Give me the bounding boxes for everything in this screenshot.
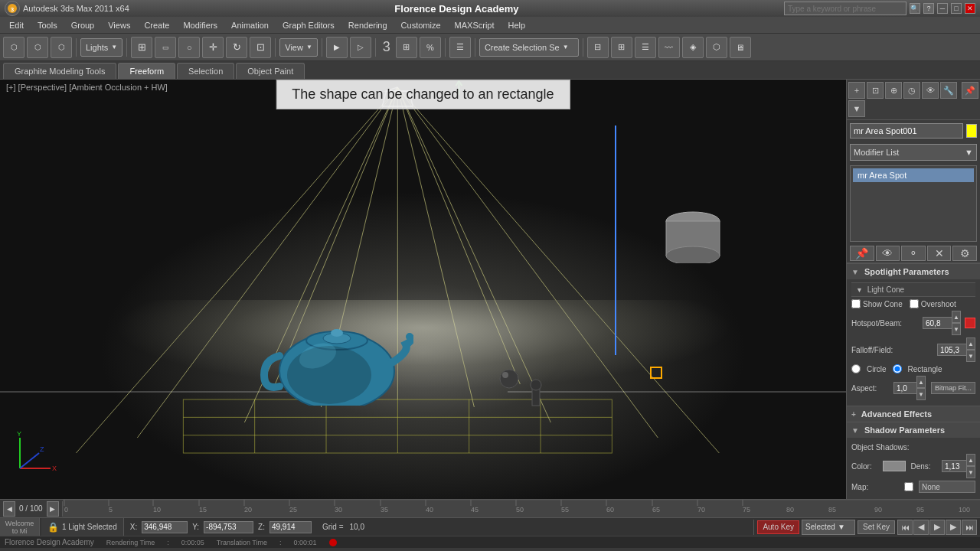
shadow-params-header[interactable]: ▼ Shadow Parameters [847,422,980,438]
menu-graph-editors[interactable]: Graph Editors [276,19,341,31]
curve-editor-btn[interactable]: 〰 [658,37,680,58]
modify-panel-icon[interactable]: ⊡ [867,82,884,99]
object-name-input[interactable] [850,123,963,139]
falloff-input[interactable] [937,344,966,356]
object-color-swatch[interactable] [966,124,977,138]
play-btn[interactable]: ▶ [929,520,945,535]
snap-3d-btn[interactable]: ⬡ [51,37,72,58]
menu-edit[interactable]: Edit [3,19,30,31]
move-btn[interactable]: ✛ [202,37,224,58]
menu-tools[interactable]: Tools [31,19,64,31]
stack-item-mr-area-spot[interactable]: mr Area Spot [853,168,974,182]
menu-customize[interactable]: Customize [395,19,447,31]
hierarchy-icon[interactable]: ⊕ [885,82,902,99]
lights-dropdown[interactable]: Lights ▼ [80,38,122,57]
close-btn[interactable]: ✕ [965,3,975,14]
pct-btn[interactable]: % [420,37,441,58]
circle-radio[interactable] [851,364,861,373]
z-input[interactable] [270,521,312,533]
render-setup-btn[interactable]: 🖥 [730,37,751,58]
align-btn[interactable]: ⊞ [611,37,632,58]
more-icon[interactable]: ▼ [848,100,865,117]
remove-modifier-btn[interactable]: ✕ [927,246,952,261]
auto-key-btn[interactable]: Auto Key [757,520,799,534]
hotspot-color-indicator[interactable] [965,318,975,328]
timeline-bar[interactable]: 0 5 10 15 20 25 30 35 40 45 50 55 60 [63,500,980,517]
search-btn[interactable]: 🔍 [910,3,920,14]
hotspot-up-btn[interactable]: ▲ [952,311,961,323]
create-panel-icon[interactable]: + [848,82,865,99]
layer-mgr-btn[interactable]: ☰ [635,37,656,58]
go-to-end-btn[interactable]: ⏭ [962,520,977,535]
mirror-btn[interactable]: ⊟ [587,37,609,58]
snap-toggle-btn[interactable]: ⬡ [3,37,24,58]
falloff-up-btn[interactable]: ▲ [966,337,975,350]
x-input[interactable] [142,521,188,533]
rectangle-radio[interactable] [893,364,902,373]
display-icon[interactable]: 👁 [922,82,939,99]
scale-btn[interactable]: ⊡ [250,37,271,58]
utilities-icon[interactable]: 🔧 [940,82,957,99]
search-input[interactable] [784,2,906,15]
menu-group[interactable]: Group [65,19,101,31]
timeline-prev-btn[interactable]: ◀ [3,501,15,517]
overshoot-checkbox[interactable] [910,299,919,308]
spotlight-params-header[interactable]: ▼ Spotlight Parameters [847,264,980,279]
view-dropdown[interactable]: View ▼ [279,38,318,57]
material-editor-btn[interactable]: ⬡ [706,37,727,58]
next-frame-btn[interactable]: ▶ [946,520,961,535]
aspect-down-btn[interactable]: ▼ [916,388,926,400]
maximize-btn[interactable]: □ [951,3,962,14]
menu-maxscript[interactable]: MAXScript [449,19,501,31]
hotspot-input[interactable] [923,317,952,329]
config-btn[interactable]: ⚙ [952,246,977,261]
y-input[interactable] [204,521,253,533]
tab-freeform[interactable]: Freeform [118,63,175,79]
make-unique-btn[interactable]: ⚬ [901,246,926,261]
menu-rendering[interactable]: Rendering [342,19,394,31]
advanced-effects-header[interactable]: + Advanced Effects [847,406,980,422]
menu-views[interactable]: Views [102,19,136,31]
schematic-btn[interactable]: ◈ [682,37,704,58]
minimize-btn[interactable]: ─ [937,3,948,14]
dens-up-btn[interactable]: ▲ [966,454,975,466]
menu-help[interactable]: Help [502,19,532,31]
scene-explorer-btn[interactable]: ⊞ [396,37,417,58]
lasso-btn[interactable]: ○ [178,37,200,58]
render-frame-btn[interactable]: ▷ [350,37,371,58]
shadow-color-box[interactable] [883,461,906,471]
show-cone-checkbox[interactable] [851,299,861,308]
tab-graphite[interactable]: Graphite Modeling Tools [3,63,116,79]
pin-icon[interactable]: 📌 [962,82,978,99]
hotspot-down-btn[interactable]: ▼ [952,323,961,335]
selected-dropdown[interactable]: Selected ▼ [802,520,855,535]
menu-modifiers[interactable]: Modifiers [177,19,224,31]
help-btn[interactable]: ? [923,3,934,14]
light-cone-header[interactable]: ▼ Light Cone [851,282,975,297]
falloff-down-btn[interactable]: ▼ [966,350,975,362]
map-none-btn[interactable]: None [919,481,975,493]
rotate-btn[interactable]: ↻ [226,37,247,58]
aspect-up-btn[interactable]: ▲ [916,376,926,388]
motion-icon[interactable]: ◷ [903,82,920,99]
modifier-list-dropdown[interactable]: Modifier List ▼ [850,144,977,161]
tab-object-paint[interactable]: Object Paint [236,63,305,79]
create-selection-dropdown[interactable]: Create Selection Se ▼ [479,38,579,57]
select-by-name-btn[interactable]: ☰ [449,37,471,58]
prev-frame-btn[interactable]: ◀ [913,520,929,535]
timeline-next-btn[interactable]: ▶ [47,501,59,517]
render-btn[interactable]: ▶ [326,37,348,58]
select-region-btn[interactable]: ▭ [155,37,176,58]
tab-selection[interactable]: Selection [177,63,234,79]
menu-create[interactable]: Create [138,19,175,31]
map-checkbox[interactable] [904,482,913,491]
bitmap-fit-btn[interactable]: Bitmap Fit... [931,382,975,394]
menu-animation[interactable]: Animation [225,19,275,31]
select-btn[interactable]: ⊞ [131,37,152,58]
snap-2d-btn[interactable]: ⬡ [27,37,48,58]
go-to-start-btn[interactable]: ⏮ [897,520,913,535]
dens-down-btn[interactable]: ▼ [966,466,975,478]
show-result-btn[interactable]: 👁 [876,246,900,261]
aspect-input[interactable] [893,382,916,394]
dens-input[interactable] [942,460,966,472]
